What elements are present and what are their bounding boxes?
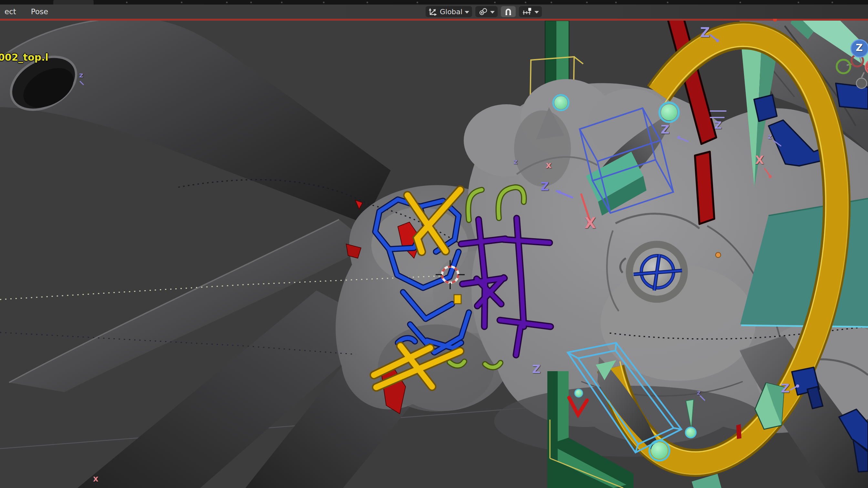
topbar-active-tab[interactable] bbox=[53, 0, 94, 4]
snap-magnet-toggle[interactable] bbox=[501, 6, 516, 17]
menu-select-partial[interactable]: ect bbox=[2, 7, 19, 17]
viewport-header: ect Pose Global bbox=[0, 4, 868, 19]
pivot-point-icon bbox=[478, 7, 488, 16]
red-sliver bbox=[736, 424, 741, 439]
topbar-blurred-glyph bbox=[525, 2, 526, 3]
topbar-blurred-glyph bbox=[126, 2, 128, 3]
gizmo-negz-ball[interactable] bbox=[857, 78, 867, 89]
upper-horn-handle[interactable] bbox=[659, 103, 679, 122]
origin-point-dot bbox=[716, 252, 721, 258]
snap-increment-icon bbox=[522, 7, 532, 16]
menu-pose[interactable]: Pose bbox=[28, 7, 51, 17]
orientation-gizmo-icon bbox=[429, 7, 438, 16]
lower-horn-handle[interactable] bbox=[649, 441, 670, 461]
transform-orientation-dropdown[interactable]: Global bbox=[426, 6, 472, 17]
topbar-blurred-glyph bbox=[832, 2, 833, 3]
active-bone-name-label: 002_top.l bbox=[0, 52, 49, 63]
header-center-controls: Global bbox=[426, 6, 542, 17]
snap-target-dropdown[interactable] bbox=[519, 6, 542, 17]
topbar-blurred-glyph bbox=[551, 2, 552, 3]
gizmo-z-ball[interactable] bbox=[851, 40, 868, 57]
window-topbar bbox=[0, 0, 868, 4]
viewport-scene bbox=[0, 0, 868, 488]
topbar-blurred-glyph bbox=[281, 2, 283, 3]
3d-viewport[interactable]: 002_top.l zZZZZxXZZxXzzzXZX bbox=[0, 21, 868, 488]
chevron-down-icon bbox=[490, 11, 495, 13]
pivot-point-dropdown[interactable] bbox=[475, 6, 498, 17]
topbar-blurred-glyph bbox=[798, 2, 799, 3]
topbar-blurred-glyph bbox=[615, 2, 617, 3]
magnet-icon bbox=[504, 7, 513, 16]
topbar-blurred-glyph bbox=[586, 2, 588, 3]
small-handle-sphere[interactable] bbox=[575, 389, 583, 397]
topbar-blurred-glyph bbox=[367, 2, 368, 3]
topbar-blurred-glyph bbox=[250, 2, 252, 3]
transform-orientation-value: Global bbox=[440, 8, 462, 16]
topbar-blurred-glyph bbox=[494, 2, 496, 3]
topbar-blurred-glyph bbox=[667, 2, 669, 3]
topbar-blurred-glyph bbox=[416, 2, 418, 3]
topbar-blurred-glyph bbox=[226, 2, 228, 3]
topbar-blurred-glyph bbox=[323, 2, 324, 3]
topbar-blurred-glyph bbox=[740, 2, 741, 3]
chevron-down-icon bbox=[465, 11, 469, 13]
chevron-down-icon bbox=[534, 11, 539, 13]
topbar-blurred-glyph bbox=[181, 2, 182, 3]
recording-border-line bbox=[0, 19, 868, 21]
header-menus: ect Pose bbox=[2, 4, 51, 19]
